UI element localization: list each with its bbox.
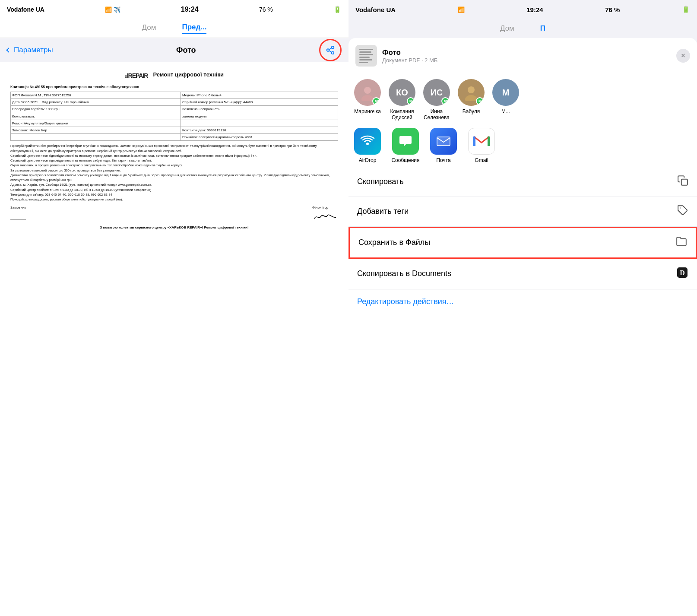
contact-avatar-babula: ✉ — [458, 79, 485, 106]
document-content: uiREPAIR Ремонт цифрової техніки Квитанц… — [3, 66, 345, 235]
tag-icon — [677, 205, 688, 219]
right-panel: Vodafone UA 📶 19:24 76 % 🔋 Дом П — [348, 0, 697, 616]
contact-name-m: М... — [501, 108, 510, 114]
right-carrier: Vodafone UA — [355, 6, 396, 13]
message-badge-3: ✉ — [441, 97, 449, 105]
svg-rect-8 — [473, 137, 475, 146]
contact-avatar-inna: ИС ✉ — [423, 79, 450, 106]
gmail-icon — [468, 128, 495, 155]
share-thumbnail — [355, 45, 377, 67]
folder-icon — [676, 236, 687, 250]
action-tags[interactable]: Добавить теги — [348, 197, 697, 227]
contact-inna[interactable]: ИС ✉ ИннаСелезнева — [421, 79, 452, 121]
app-airdrop[interactable]: AirDrop — [352, 128, 383, 163]
share-header: Фото Документ PDF · 2 МБ × — [348, 38, 697, 72]
action-copy-docs[interactable]: Скопировать в Documents D — [348, 259, 697, 289]
chevron-left-icon — [6, 48, 11, 52]
mail-label: Почта — [436, 157, 450, 163]
doc-header: uiREPAIR Ремонт цифрової техніки — [10, 71, 338, 81]
close-button[interactable]: × — [676, 49, 690, 63]
svg-rect-5 — [437, 137, 450, 146]
svg-point-0 — [364, 87, 371, 94]
airdrop-label: AirDrop — [359, 157, 377, 163]
contact-marinocka[interactable]: ✉ Мариночка — [352, 79, 383, 121]
share-icon — [326, 45, 335, 55]
left-battery: 76 % — [259, 6, 273, 13]
message-badge-2: ✉ — [407, 97, 415, 105]
left-panel: Vodafone UA 📶 ✈️ 19:24 76 % 🔋 Дом Пред..… — [0, 0, 348, 616]
action-list: Скопировать Добавить теги — [348, 167, 697, 616]
doc-subtitle: Квитанція № 49155 про прийом пристрою на… — [10, 85, 338, 90]
messages-icon — [392, 128, 419, 155]
edit-actions-button[interactable]: Редактировать действия… — [348, 289, 697, 314]
doc-body: Пристрій прийнятий без розбирання і пере… — [10, 143, 338, 202]
gmail-label: Gmail — [475, 157, 488, 163]
documents-icon: D — [676, 267, 688, 281]
apps-row: AirDrop Сообщения — [348, 124, 697, 167]
share-button[interactable] — [319, 39, 342, 61]
contact-name-kompania: КомпанияОдиссей — [390, 108, 414, 121]
mail-icon — [430, 128, 457, 155]
svg-point-3 — [465, 95, 477, 101]
action-save-files[interactable]: Сохранить в Файлы — [348, 227, 697, 259]
edit-actions-label: Редактировать действия… — [357, 297, 454, 306]
contact-m[interactable]: М М... — [490, 79, 521, 121]
right-time: 19:24 — [526, 6, 543, 13]
page-title: Фото — [176, 46, 196, 55]
doc-signature: Замовник Філон Ігор — [10, 205, 338, 222]
svg-rect-9 — [488, 137, 490, 146]
copy-icon — [677, 175, 688, 189]
message-badge: ✉ — [372, 97, 380, 105]
document-view: uiREPAIR Ремонт цифрової техніки Квитанц… — [0, 62, 348, 616]
contact-kompania[interactable]: КО ✉ КомпанияОдиссей — [387, 79, 418, 121]
right-tab-p[interactable]: П — [540, 24, 545, 33]
svg-text:D: D — [680, 269, 685, 276]
airdrop-icon — [354, 128, 381, 155]
svg-rect-10 — [681, 179, 687, 185]
share-sheet: Фото Документ PDF · 2 МБ × ✉ М — [348, 38, 697, 616]
message-badge-4: ✉ — [476, 97, 484, 105]
contact-name-marinocka: Мариночка — [354, 108, 381, 114]
left-tab-bar: Дом Пред... — [0, 19, 348, 38]
left-time: 19:24 — [181, 6, 199, 13]
svg-point-2 — [468, 86, 475, 93]
share-file-desc: Документ PDF · 2 МБ — [382, 57, 671, 64]
tab-pred[interactable]: Пред... — [182, 23, 206, 34]
contact-babula[interactable]: ✉ Бабуля — [456, 79, 487, 121]
left-nav-bar: Параметры Фото — [0, 38, 348, 62]
messages-label: Сообщения — [391, 157, 419, 163]
left-carrier: Vodafone UA — [7, 6, 44, 13]
back-button[interactable]: Параметры — [7, 46, 53, 54]
left-status-bar: Vodafone UA 📶 ✈️ 19:24 76 % 🔋 — [0, 0, 348, 19]
signature-svg — [312, 212, 338, 221]
doc-footer: З повагою колектив сервісного центру «ХА… — [10, 225, 338, 230]
tab-dom[interactable]: Дом — [142, 23, 156, 34]
doc-logo: uiREPAIR — [125, 72, 148, 80]
action-copy[interactable]: Скопировать — [348, 167, 697, 197]
contacts-row: ✉ Мариночка КО ✉ КомпанияОдиссей ИС — [348, 72, 697, 124]
svg-point-4 — [366, 143, 369, 145]
doc-title: Ремонт цифрової техніки — [153, 71, 224, 79]
app-gmail[interactable]: Gmail — [466, 128, 497, 163]
contact-avatar-m: М — [492, 79, 519, 106]
svg-point-1 — [361, 95, 374, 101]
contact-avatar-kompania: КО ✉ — [389, 79, 415, 106]
right-status-bar: Vodafone UA 📶 19:24 76 % 🔋 — [348, 0, 697, 19]
right-tab-bar: Дом П — [348, 19, 697, 38]
contact-avatar-marinocka: ✉ — [354, 79, 381, 106]
share-file-name: Фото — [382, 48, 671, 57]
action-copy-label: Скопировать — [357, 177, 404, 186]
app-mail[interactable]: Почта — [428, 128, 459, 163]
contact-name-inna: ИннаСелезнева — [424, 108, 450, 121]
contact-name-babula: Бабуля — [463, 108, 480, 114]
action-copy-docs-label: Скопировать в Documents — [357, 269, 451, 278]
right-tab-dom[interactable]: Дом — [500, 24, 514, 33]
doc-table: ФОП Луговая Н.М., ТИН:3077519256 Модель:… — [10, 92, 338, 141]
action-save-files-label: Сохранить в Файлы — [358, 238, 430, 247]
app-messages[interactable]: Сообщения — [390, 128, 421, 163]
action-tags-label: Добавить теги — [357, 207, 409, 216]
share-file-info: Фото Документ PDF · 2 МБ — [382, 48, 671, 64]
right-battery: 76 % — [605, 6, 620, 13]
